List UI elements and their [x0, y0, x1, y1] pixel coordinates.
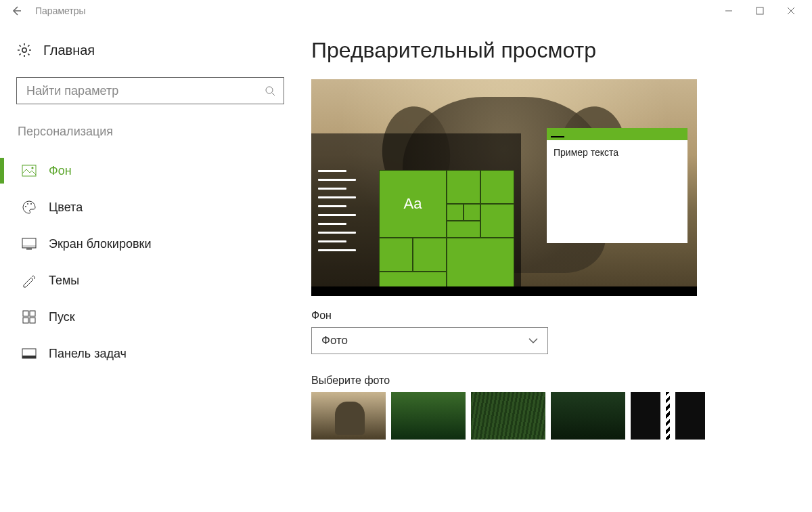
desktop-preview: Aa Пример текста [311, 79, 697, 296]
search-input[interactable] [25, 83, 265, 99]
svg-point-5 [25, 206, 26, 207]
svg-rect-0 [757, 7, 763, 14]
preview-start-panel: Aa [311, 133, 521, 296]
sidebar-item-colors[interactable]: Цвета [16, 189, 291, 226]
start-icon [22, 310, 37, 324]
content-area: Предварительный просмотр Aa [291, 22, 812, 512]
preview-tile-aa: Aa [379, 170, 447, 238]
photo-thumb-1[interactable] [311, 392, 386, 440]
svg-point-6 [27, 203, 28, 205]
svg-rect-12 [30, 311, 35, 316]
svg-point-7 [30, 203, 32, 205]
picture-icon [22, 163, 37, 178]
back-arrow-icon [11, 5, 22, 16]
sidebar-item-label: Цвета [49, 200, 83, 215]
settings-window: Параметры Главная Персонализация Фон [0, 0, 812, 512]
themes-icon [22, 273, 37, 288]
preview-sample-window: Пример текста [547, 128, 687, 243]
background-label: Фон [311, 310, 812, 322]
preview-sample-text: Пример текста [547, 140, 687, 165]
maximize-icon [756, 7, 764, 15]
maximize-button[interactable] [744, 0, 775, 22]
background-select-value: Фото [321, 334, 348, 347]
svg-rect-9 [22, 245, 36, 248]
svg-point-2 [266, 87, 273, 93]
sidebar-item-label: Темы [49, 274, 79, 288]
section-title: Персонализация [18, 125, 291, 139]
sidebar-item-themes[interactable]: Темы [16, 262, 291, 299]
window-title: Параметры [35, 5, 86, 16]
preview-taskbar [311, 286, 697, 296]
sidebar-item-label: Пуск [49, 310, 75, 324]
photo-thumb-4[interactable] [551, 392, 625, 440]
page-title: Предварительный просмотр [311, 38, 812, 63]
svg-rect-10 [26, 249, 32, 250]
minimize-button[interactable] [713, 0, 744, 22]
photo-thumb-5[interactable] [631, 392, 705, 440]
svg-rect-14 [30, 318, 35, 323]
sidebar-item-label: Экран блокировки [49, 237, 151, 251]
sidebar-item-start[interactable]: Пуск [16, 299, 291, 335]
gear-icon [16, 42, 32, 58]
sidebar-item-lockscreen[interactable]: Экран блокировки [16, 226, 291, 262]
sidebar-item-taskbar[interactable]: Панель задач [16, 335, 291, 372]
sidebar-item-label: Панель задач [49, 347, 127, 361]
svg-point-4 [31, 167, 33, 169]
lockscreen-icon [22, 236, 37, 251]
sidebar: Главная Персонализация Фон Цвета Экран б… [0, 22, 291, 512]
close-button[interactable] [775, 0, 807, 22]
sidebar-item-background[interactable]: Фон [16, 152, 291, 189]
search-box[interactable] [16, 77, 284, 104]
photo-thumb-3[interactable] [471, 392, 545, 440]
svg-rect-11 [23, 311, 28, 316]
search-icon [265, 85, 275, 96]
background-select[interactable]: Фото [311, 327, 548, 354]
choose-photo-label: Выберите фото [311, 375, 812, 387]
chevron-down-icon [528, 337, 538, 344]
taskbar-icon [22, 346, 37, 361]
palette-icon [22, 200, 37, 215]
photo-thumb-2[interactable] [391, 392, 466, 440]
titlebar: Параметры [0, 0, 812, 22]
minimize-icon [725, 7, 733, 15]
photo-thumbnails [311, 392, 812, 440]
svg-rect-3 [22, 165, 36, 176]
back-button[interactable] [5, 5, 27, 16]
close-icon [787, 7, 795, 15]
home-link[interactable]: Главная [16, 42, 291, 58]
svg-rect-16 [22, 356, 36, 358]
sidebar-item-label: Фон [49, 164, 72, 178]
home-label: Главная [43, 43, 95, 58]
svg-rect-13 [23, 318, 28, 323]
svg-point-1 [22, 48, 26, 52]
